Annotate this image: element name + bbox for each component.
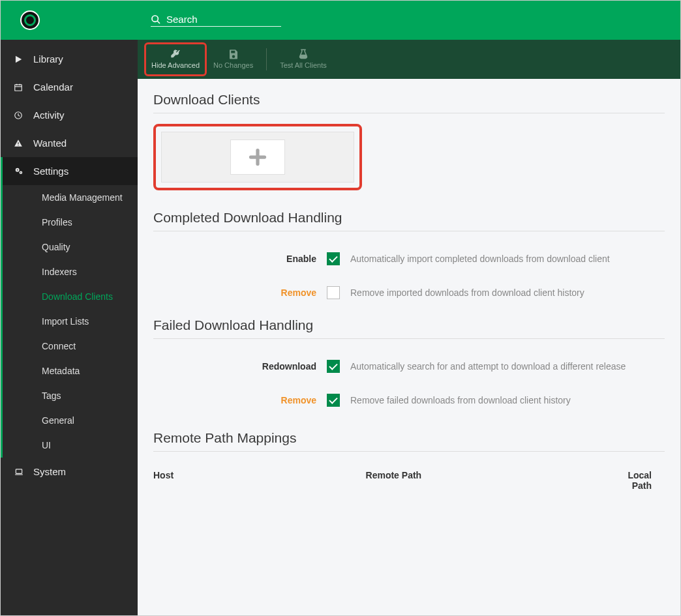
sidebar: Library Calendar Activity Wanted [1, 40, 138, 615]
nav-wanted[interactable]: Wanted [1, 129, 138, 157]
toolbar-label: Test All Clients [280, 61, 327, 70]
help-completed-remove: Remove imported downloads from download … [350, 287, 584, 298]
svg-point-11 [17, 169, 18, 170]
col-local-path: Local Path [628, 470, 665, 491]
sub-indexers[interactable]: Indexers [3, 259, 138, 284]
svg-point-9 [18, 145, 18, 145]
nav-label: Settings [33, 166, 68, 177]
cogs-icon [14, 167, 25, 176]
col-host: Host [153, 470, 340, 491]
checkbox-completed-remove[interactable] [327, 286, 340, 299]
save-icon [228, 48, 239, 60]
sub-download-clients[interactable]: Download Clients [3, 284, 138, 309]
svg-marker-2 [16, 55, 22, 63]
nav-settings[interactable]: Settings [1, 157, 138, 185]
label-remove: Remove [153, 287, 316, 298]
help-completed-enable: Automatically import completed downloads… [350, 254, 610, 264]
section-completed-handling: Completed Download Handling [153, 210, 665, 231]
add-download-client-card[interactable] [161, 132, 354, 183]
toolbar-save-button[interactable]: No Changes [209, 46, 257, 72]
sub-import-lists[interactable]: Import Lists [3, 309, 138, 334]
sub-connect[interactable]: Connect [3, 334, 138, 359]
nav-label: Calendar [33, 81, 73, 93]
sub-ui[interactable]: UI [3, 433, 138, 458]
search-field[interactable] [151, 14, 281, 27]
nav-label: Activity [33, 110, 65, 121]
checkbox-failed-redownload[interactable] [327, 360, 340, 373]
svg-rect-14 [16, 469, 22, 473]
svg-point-0 [152, 16, 158, 22]
checkbox-failed-remove[interactable] [327, 394, 340, 407]
sub-general[interactable]: General [3, 408, 138, 433]
toolbar: Hide Advanced No Changes Test All Client… [138, 40, 680, 79]
section-remote-mappings: Remote Path Mappings [153, 430, 665, 452]
row-completed-remove: Remove Remove imported downloads from do… [153, 276, 665, 310]
play-icon [14, 55, 25, 64]
wrench-check-icon [169, 48, 182, 60]
vial-icon [297, 48, 309, 60]
content: Download Clients Completed Download Hand… [138, 79, 680, 615]
toolbar-label: Hide Advanced [151, 61, 200, 70]
sub-quality[interactable]: Quality [3, 235, 138, 259]
row-failed-redownload: Redownload Automatically search for and … [153, 349, 665, 383]
label-failed-remove: Remove [153, 395, 316, 405]
nav-label: Wanted [33, 138, 67, 149]
toolbar-hide-advanced-button[interactable]: Hide Advanced [147, 46, 204, 72]
svg-line-1 [157, 21, 160, 23]
warning-icon [14, 139, 25, 148]
svg-rect-3 [15, 84, 22, 90]
sub-profiles[interactable]: Profiles [3, 210, 138, 235]
laptop-icon [14, 467, 25, 477]
search-input[interactable] [166, 14, 281, 25]
sub-media-management[interactable]: Media Management [3, 185, 138, 210]
nav-label: Library [33, 53, 63, 65]
help-failed-remove: Remove failed downloads from download cl… [350, 395, 571, 405]
logo-cell [1, 10, 138, 30]
toolbar-test-all-button[interactable]: Test All Clients [276, 46, 331, 72]
settings-subnav: Media Management Profiles Quality Indexe… [1, 185, 138, 458]
search-icon [151, 14, 161, 25]
nav-system[interactable]: System [1, 458, 138, 486]
col-remote-path: Remote Path [366, 470, 602, 491]
label-enable: Enable [153, 254, 316, 264]
toolbar-label: No Changes [213, 61, 253, 70]
sub-tags[interactable]: Tags [3, 383, 138, 408]
section-failed-handling: Failed Download Handling [153, 317, 665, 339]
nav-library[interactable]: Library [1, 45, 138, 73]
sub-metadata[interactable]: Metadata [3, 359, 138, 383]
section-download-clients: Download Clients [153, 92, 665, 113]
nav-calendar[interactable]: Calendar [1, 73, 138, 101]
checkbox-completed-enable[interactable] [327, 252, 340, 265]
mapping-table-header: Host Remote Path Local Path [153, 462, 665, 499]
highlight-hide-advanced: Hide Advanced [144, 42, 207, 76]
plus-icon [230, 139, 285, 175]
calendar-icon [14, 83, 25, 92]
app-logo[interactable] [20, 10, 40, 30]
svg-point-13 [20, 172, 21, 173]
label-redownload: Redownload [153, 361, 316, 372]
nav-activity[interactable]: Activity [1, 101, 138, 129]
row-completed-enable: Enable Automatically import completed do… [153, 242, 665, 276]
help-failed-redownload: Automatically search for and attempt to … [350, 361, 626, 372]
app-header [1, 1, 680, 40]
main: Hide Advanced No Changes Test All Client… [138, 40, 680, 615]
clock-icon [14, 111, 25, 120]
highlight-add-client [153, 124, 362, 190]
nav-label: System [33, 466, 66, 477]
row-failed-remove: Remove Remove failed downloads from down… [153, 383, 665, 417]
toolbar-separator [266, 48, 267, 70]
